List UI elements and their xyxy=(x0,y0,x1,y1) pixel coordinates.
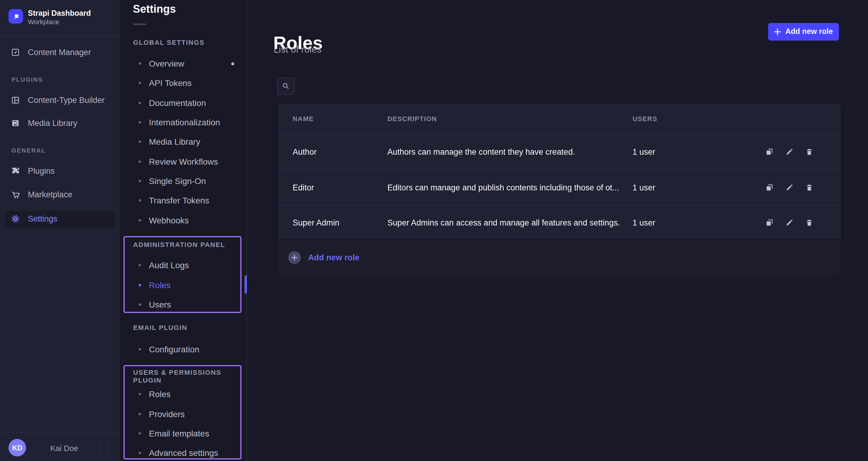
table-header-row: NAME DESCRIPTION USERS xyxy=(278,103,840,134)
sidebar-item-label: Content-Type Builder xyxy=(28,95,105,104)
subnav-item-single-sign-on[interactable]: Single Sign-On xyxy=(120,176,246,186)
table-row-editor[interactable]: Editor Editors can manage and publish co… xyxy=(278,170,840,205)
subnav-section-email-plugin: EMAIL PLUGIN xyxy=(133,324,187,332)
duplicate-icon[interactable] xyxy=(765,148,774,156)
role-name: Author xyxy=(293,148,317,157)
subnav-item-webhooks[interactable]: Webhooks xyxy=(120,215,246,225)
bullet-icon xyxy=(138,121,141,123)
bullet-icon xyxy=(138,160,141,162)
sidebar-divider xyxy=(0,36,120,36)
edit-icon[interactable] xyxy=(785,148,794,156)
role-users-count: 1 user xyxy=(632,219,655,227)
add-new-role-button[interactable]: Add new role xyxy=(768,23,839,40)
bullet-icon xyxy=(138,101,141,104)
bullet-icon xyxy=(138,199,141,202)
delete-icon[interactable] xyxy=(805,148,813,156)
subnav-item-media-library[interactable]: Media Library xyxy=(120,136,246,147)
sidebar-divider xyxy=(0,432,120,433)
subnav-section-users-permissions: USERS & PERMISSIONS PLUGIN xyxy=(133,369,246,385)
subnav-title: Settings xyxy=(133,3,176,16)
role-name: Super Admin xyxy=(293,219,340,227)
bullet-icon xyxy=(138,141,141,143)
delete-icon[interactable] xyxy=(805,219,813,227)
strapi-logo-icon xyxy=(11,12,20,21)
cart-icon xyxy=(11,190,20,199)
subnav-section-global-settings: GLOBAL SETTINGS xyxy=(133,38,205,46)
bullet-icon xyxy=(138,219,141,221)
subnav-item-transfer-tokens[interactable]: Transfer Tokens xyxy=(120,195,246,206)
subnav-title-divider xyxy=(133,24,146,25)
sidebar-item-settings[interactable]: Settings xyxy=(5,210,115,227)
row-actions xyxy=(765,148,813,156)
bullet-icon xyxy=(138,284,141,286)
user-name: Kai Doe xyxy=(50,444,79,453)
search-icon xyxy=(282,82,290,91)
bullet-icon xyxy=(138,62,141,65)
sidebar-item-marketplace[interactable]: Marketplace xyxy=(5,186,115,203)
sidebar-item-label: Plugins xyxy=(28,166,55,175)
bullet-icon xyxy=(138,82,141,84)
subnav-item-users[interactable]: Users xyxy=(120,299,246,310)
subnav-item-advanced-settings[interactable]: Advanced settings xyxy=(120,448,246,458)
table-row-author[interactable]: Author Authors can manage the content th… xyxy=(278,134,840,170)
sidebar-item-media-library[interactable]: Media Library xyxy=(5,115,115,132)
plus-icon xyxy=(291,254,298,261)
edit-icon[interactable] xyxy=(785,183,794,192)
column-header-name: NAME xyxy=(293,115,314,122)
sidebar-section-general: GENERAL xyxy=(11,147,46,153)
add-new-role-button-label: Add new role xyxy=(785,28,833,36)
media-library-icon xyxy=(11,119,20,128)
subnav-item-documentation[interactable]: Documentation xyxy=(120,97,246,108)
plus-icon xyxy=(774,28,780,35)
content-manager-icon xyxy=(11,48,20,57)
roles-table-card: NAME DESCRIPTION USERS Author Authors ca… xyxy=(278,103,840,240)
subnav-item-providers[interactable]: Providers xyxy=(120,408,246,419)
bullet-icon xyxy=(138,180,141,182)
duplicate-icon[interactable] xyxy=(765,183,774,192)
add-new-role-link[interactable]: Add new role xyxy=(308,239,360,276)
chevron-left-icon xyxy=(103,444,104,452)
puzzle-icon xyxy=(11,166,20,175)
plus-circle xyxy=(288,251,301,264)
edit-icon[interactable] xyxy=(785,219,794,227)
subnav-item-internationalization[interactable]: Internationalization xyxy=(120,117,246,127)
role-description: Authors can manage the content they have… xyxy=(388,148,575,157)
bullet-icon xyxy=(138,412,141,415)
subnav-item-configuration[interactable]: Configuration xyxy=(120,343,246,355)
subnav-item-roles[interactable]: Roles xyxy=(120,279,246,290)
column-header-description: DESCRIPTION xyxy=(388,115,437,122)
strapi-logo[interactable] xyxy=(8,9,23,24)
collapse-sidebar-button[interactable] xyxy=(99,442,108,454)
notification-dot xyxy=(231,62,234,65)
workspace-title: Strapi Dashboard xyxy=(28,9,91,17)
delete-icon[interactable] xyxy=(805,183,813,192)
content-type-builder-icon xyxy=(11,95,20,104)
role-description: Editors can manage and publish contents … xyxy=(388,183,619,192)
bullet-icon xyxy=(138,432,141,434)
active-item-indicator xyxy=(245,275,247,294)
table-row-super-admin[interactable]: Super Admin Super Admins can access and … xyxy=(278,205,840,240)
subnav-item-audit-logs[interactable]: Audit Logs xyxy=(120,260,246,271)
subnav-item-up-roles[interactable]: Roles xyxy=(120,389,246,400)
bullet-icon xyxy=(138,348,141,350)
sidebar-item-content-type-builder[interactable]: Content-Type Builder xyxy=(5,91,115,109)
page-subtitle: List of roles xyxy=(274,44,322,55)
row-actions xyxy=(765,219,813,227)
add-new-role-row[interactable]: Add new role xyxy=(278,239,840,275)
avatar[interactable]: KD xyxy=(8,439,26,457)
main-content: Roles List of roles Add new role NAME DE… xyxy=(247,0,868,461)
sidebar-item-plugins[interactable]: Plugins xyxy=(5,162,115,179)
sidebar-section-plugins: PLUGINS xyxy=(11,76,43,83)
subnav-item-overview[interactable]: Overview xyxy=(120,58,246,69)
search-button[interactable] xyxy=(277,78,294,95)
sidebar-item-label: Content Manager xyxy=(28,48,91,57)
duplicate-icon[interactable] xyxy=(765,219,774,227)
subnav-item-email-templates[interactable]: Email templates xyxy=(120,428,246,439)
subnav-item-review-workflows[interactable]: Review Workflows xyxy=(120,156,246,167)
bullet-icon xyxy=(138,393,141,395)
sidebar-item-content-manager[interactable]: Content Manager xyxy=(5,44,115,61)
column-header-users: USERS xyxy=(632,115,657,122)
sidebar-item-label: Media Library xyxy=(28,119,78,128)
settings-subnav: Settings GLOBAL SETTINGS Overview API To… xyxy=(120,0,247,461)
subnav-item-api-tokens[interactable]: API Tokens xyxy=(120,78,246,88)
